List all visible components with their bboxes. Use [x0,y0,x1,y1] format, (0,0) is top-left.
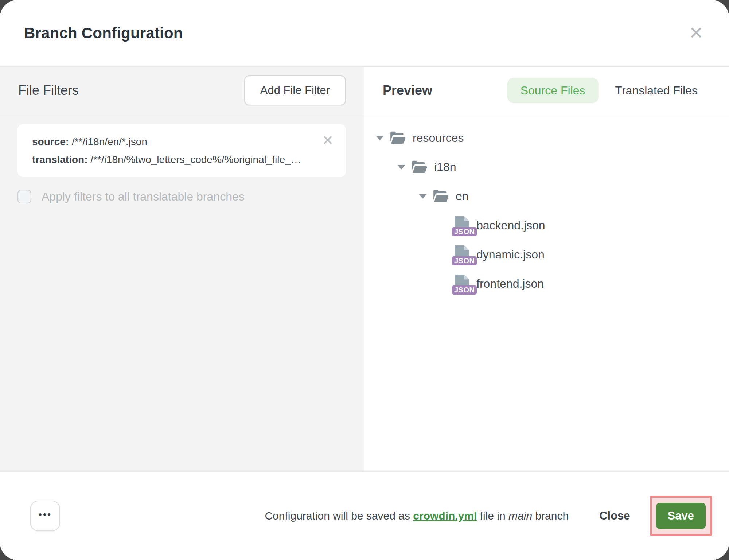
save-note-prefix: Configuration will be saved as [265,510,413,522]
branch-name: main [508,510,532,522]
tree-node-label: i18n [434,160,456,174]
preview-heading: Preview [383,83,432,98]
tree-node[interactable]: JSON frontend.json [364,269,729,298]
crowdin-yml-link[interactable]: crowdin.yml [413,510,477,522]
remove-filter-icon[interactable]: ✕ [321,133,334,148]
footer: ••• Configuration will be saved as crowd… [0,471,729,560]
footer-actions: Configuration will be saved as crowdin.y… [265,496,712,536]
folder-icon [432,189,449,203]
filter-translation-line: translation: /**/i18n/%two_letters_code%… [32,151,331,168]
folder-icon [411,160,428,174]
preview-tabs: Source Files Translated Files [507,78,711,103]
json-file-icon: JSON [454,216,469,234]
preview-tab[interactable]: Source Files [507,78,599,103]
close-button[interactable]: Close [594,506,635,526]
ellipsis-icon: ••• [39,510,52,519]
modal-backdrop[interactable]: { "modal": { "title": "Branch Configurat… [0,0,729,560]
tree-node-label: dynamic.json [476,248,545,261]
tree-node[interactable]: JSON backend.json [364,211,729,240]
chevron-down-icon[interactable] [375,136,384,140]
preview-tab[interactable]: Translated Files [602,78,711,103]
save-button-highlight: Save [650,496,712,536]
tree-node-label: en [456,190,469,203]
more-options-button[interactable]: ••• [30,501,60,531]
tree-node[interactable]: en [364,182,729,211]
json-badge: JSON [452,256,477,265]
save-note-suffix: branch [532,510,569,522]
page-title: Branch Configuration [24,24,183,42]
save-button[interactable]: Save [656,503,706,529]
json-badge: JSON [452,285,477,295]
save-note-middle: file in [477,510,508,522]
folder-icon [389,131,406,145]
chevron-down-icon[interactable] [418,194,427,199]
tree-node-label: resources [413,131,464,145]
apply-filters-row: Apply filters to all translatable branch… [17,190,346,203]
save-note: Configuration will be saved as crowdin.y… [265,510,569,522]
json-badge: JSON [452,227,477,236]
filter-source-line: source: /**/i18n/en/*.json [32,133,331,151]
tree-node-label: backend.json [476,219,545,232]
json-file-icon: JSON [454,245,469,264]
file-filters-list: ✕ source: /**/i18n/en/*.json translation… [0,114,364,471]
json-file-icon: JSON [454,275,469,293]
file-tree: resources [364,114,729,471]
tree-node[interactable]: JSON dynamic.json [364,240,729,269]
file-filters-panel: File Filters Add File Filter ✕ source: /… [0,67,364,471]
modal-body: File Filters Add File Filter ✕ source: /… [0,67,729,471]
chevron-down-icon[interactable] [397,165,406,170]
preview-header: Preview Source Files Translated Files [364,67,729,114]
file-filters-heading: File Filters [18,83,79,98]
tree-node[interactable]: i18n [364,152,729,182]
apply-filters-checkbox[interactable] [17,190,31,203]
file-filters-header: File Filters Add File Filter [0,67,364,114]
titlebar: Branch Configuration ✕ [0,0,729,67]
close-icon[interactable]: ✕ [687,23,705,43]
tree-node-label: frontend.json [476,277,544,291]
branch-configuration-modal: Branch Configuration ✕ File Filters Add … [0,0,729,560]
preview-panel: Preview Source Files Translated Files [364,67,729,471]
add-file-filter-button[interactable]: Add File Filter [244,75,346,105]
tree-node[interactable]: resources [364,123,729,152]
apply-filters-label: Apply filters to all translatable branch… [42,190,245,203]
file-filter-card[interactable]: ✕ source: /**/i18n/en/*.json translation… [17,124,346,177]
